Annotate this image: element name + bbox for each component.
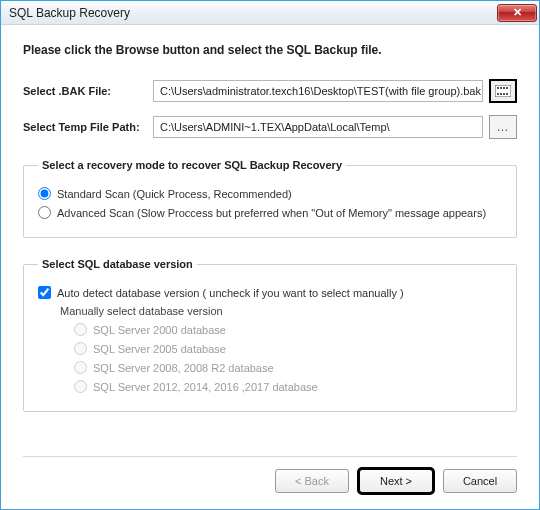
ver-2000-label: SQL Server 2000 database — [93, 324, 226, 336]
auto-detect-label: Auto detect database version ( uncheck i… — [57, 287, 404, 299]
standard-scan-radio[interactable] — [38, 187, 51, 200]
back-button: < Back — [275, 469, 349, 493]
version-legend: Select SQL database version — [38, 258, 197, 270]
ver-2005-label: SQL Server 2005 database — [93, 343, 226, 355]
ver-2012-radio — [74, 380, 87, 393]
svg-rect-3 — [503, 87, 505, 89]
browse-bak-button[interactable] — [489, 79, 517, 103]
instruction-text: Please click the Browse button and selec… — [23, 43, 517, 57]
svg-rect-4 — [506, 87, 508, 89]
advanced-scan-label: Advanced Scan (Slow Proccess but preferr… — [57, 207, 486, 219]
svg-rect-7 — [503, 93, 505, 95]
temp-path-input[interactable]: C:\Users\ADMINI~1.TEX\AppData\Local\Temp… — [153, 116, 483, 138]
manual-select-label: Manually select database version — [60, 305, 502, 317]
ver-2008-label: SQL Server 2008, 2008 R2 database — [93, 362, 274, 374]
version-group: Select SQL database version Auto detect … — [23, 258, 517, 412]
ver-2008-option: SQL Server 2008, 2008 R2 database — [74, 361, 502, 374]
close-button[interactable]: ✕ — [497, 4, 537, 22]
cancel-button[interactable]: Cancel — [443, 469, 517, 493]
browse-temp-button[interactable]: … — [489, 115, 517, 139]
ver-2005-radio — [74, 342, 87, 355]
auto-detect-option[interactable]: Auto detect database version ( uncheck i… — [38, 286, 502, 299]
separator — [23, 456, 517, 457]
ver-2000-radio — [74, 323, 87, 336]
ver-2008-radio — [74, 361, 87, 374]
standard-scan-label: Standard Scan (Quick Process, Recommende… — [57, 188, 292, 200]
standard-scan-option[interactable]: Standard Scan (Quick Process, Recommende… — [38, 187, 502, 200]
bak-label: Select .BAK File: — [23, 85, 153, 97]
svg-rect-0 — [495, 85, 511, 97]
recovery-mode-group: Select a recovery mode to recover SQL Ba… — [23, 159, 517, 238]
ver-2000-option: SQL Server 2000 database — [74, 323, 502, 336]
svg-rect-1 — [497, 87, 499, 89]
next-button[interactable]: Next > — [359, 469, 433, 493]
svg-rect-5 — [497, 93, 499, 95]
window-title: SQL Backup Recovery — [9, 6, 497, 20]
ver-2012-option: SQL Server 2012, 2014, 2016 ,2017 databa… — [74, 380, 502, 393]
file-icon — [495, 85, 511, 97]
advanced-scan-radio[interactable] — [38, 206, 51, 219]
temp-label: Select Temp File Path: — [23, 121, 153, 133]
titlebar: SQL Backup Recovery ✕ — [1, 1, 539, 25]
svg-rect-2 — [500, 87, 502, 89]
auto-detect-checkbox[interactable] — [38, 286, 51, 299]
bak-path-input[interactable]: C:\Users\administrator.texch16\Desktop\T… — [153, 80, 483, 102]
recovery-legend: Select a recovery mode to recover SQL Ba… — [38, 159, 346, 171]
svg-rect-6 — [500, 93, 502, 95]
ellipsis-icon: … — [497, 120, 510, 134]
svg-rect-8 — [506, 93, 508, 95]
ver-2012-label: SQL Server 2012, 2014, 2016 ,2017 databa… — [93, 381, 318, 393]
advanced-scan-option[interactable]: Advanced Scan (Slow Proccess but preferr… — [38, 206, 502, 219]
close-icon: ✕ — [513, 6, 522, 19]
ver-2005-option: SQL Server 2005 database — [74, 342, 502, 355]
